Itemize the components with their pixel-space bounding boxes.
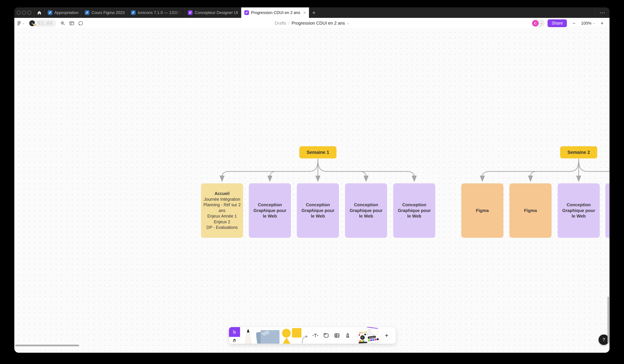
card-label: Conception Graphique pour le Web	[249, 202, 291, 219]
table-tool-button[interactable]	[332, 331, 342, 340]
more-tools-button[interactable]: +	[382, 331, 391, 340]
figma-app-window: Appropriation Cours Figma 2023 Ionicons …	[14, 7, 609, 353]
window-close-button[interactable]	[17, 11, 21, 15]
avatar: C	[532, 20, 539, 26]
card-conception-3[interactable]: Conception Graphique pour le Web	[345, 183, 387, 238]
tab-label: Cours Figma 2023	[91, 10, 125, 15]
tab-overflow-menu-button[interactable]: ⋯	[595, 7, 609, 18]
comment-icon[interactable]	[78, 21, 83, 26]
sticky-note-tool-button[interactable]	[256, 329, 280, 344]
card-conception-4[interactable]: Conception Graphique pour le Web	[393, 183, 435, 238]
card-label: Conception Graphique pour le Web	[393, 202, 435, 219]
tab-close-icon[interactable]: ×	[303, 10, 306, 15]
card-accueil[interactable]: Accueil Journée Intégration Planning - R…	[201, 183, 243, 238]
main-menu-button[interactable]: ⌄	[17, 21, 25, 26]
card-label: Figma	[471, 208, 493, 213]
share-button[interactable]: Share	[547, 19, 567, 27]
week-node-semaine-1[interactable]: Semaine 1	[299, 146, 337, 158]
chevron-down-icon: ⌄	[22, 22, 25, 25]
home-button[interactable]	[34, 7, 45, 18]
zoom-controls: − 100% ⌄ +	[570, 19, 606, 27]
account-menu[interactable]: C ⌄	[531, 19, 545, 27]
window-controls	[14, 7, 34, 18]
marker-tool-button[interactable]	[243, 328, 253, 344]
connector-tool-button[interactable]	[301, 335, 308, 344]
card-item: Enjeux 2	[211, 219, 233, 225]
star-sticker-icon: ★	[33, 22, 37, 27]
music-timer-widget[interactable]: ★ 03:00	[28, 20, 56, 27]
week-label: Semaine 2	[567, 150, 590, 155]
shape-square-tool[interactable]	[292, 328, 301, 338]
widget-card-thumbnail	[366, 327, 378, 335]
new-tab-button[interactable]: +	[309, 7, 319, 18]
figjam-canvas[interactable]: Semaine 1 Semaine 2 Accueil Journée Inté…	[14, 29, 609, 353]
design-file-icon	[85, 10, 89, 15]
tab-label: Concepteur Designer UI	[195, 10, 238, 15]
tab-appropriation[interactable]: Appropriation	[45, 7, 82, 18]
card-conception-5[interactable]: Conception Graphique pour le Web	[558, 183, 600, 238]
zoom-in-button[interactable]: +	[598, 20, 606, 27]
jambot-thumbnail: Jambot	[367, 334, 381, 343]
breadcrumb-folder[interactable]: Drafts	[275, 21, 286, 26]
week-label: Semaine 1	[307, 150, 329, 155]
window-minimize-button[interactable]	[22, 11, 26, 15]
card-figma-1[interactable]: Figma	[461, 183, 503, 238]
card-conception-6-clipped[interactable]	[605, 183, 609, 238]
connector-arrow-icon	[301, 335, 308, 344]
zoom-level-menu[interactable]: 100% ⌄	[578, 20, 598, 27]
section-icon	[323, 333, 329, 338]
sticky-note-icon	[256, 329, 280, 344]
tab-label: Progression CDUI en 2 ans	[251, 10, 300, 15]
tab-bar-spacer	[319, 7, 595, 18]
card-conception-2[interactable]: Conception Graphique pour le Web	[297, 183, 339, 238]
select-tool-button[interactable]	[229, 327, 240, 337]
jambot-label: Jambot	[368, 336, 376, 339]
figjam-toolbar: Jambot +	[229, 327, 396, 344]
breadcrumb-separator: /	[288, 21, 290, 26]
chevron-down-icon[interactable]: ⌄	[347, 22, 349, 25]
card-item: DP - Evaluations	[204, 225, 240, 230]
card-conception-1[interactable]: Conception Graphique pour le Web	[249, 183, 291, 238]
toolbar-divider	[355, 330, 355, 341]
tab-label: Appropriation	[54, 10, 78, 15]
horizontal-scrollbar[interactable]	[15, 345, 79, 346]
tab-label: Ionicons 7.1.0 — 1338 icons pack (C	[138, 10, 182, 15]
section-tool-button[interactable]	[321, 331, 331, 340]
vertical-scrollbar[interactable]	[607, 297, 609, 343]
home-icon	[37, 10, 42, 15]
figma-logo-icon	[17, 21, 21, 26]
card-label: Conception Graphique pour le Web	[297, 202, 339, 219]
card-figma-2[interactable]: Figma	[509, 183, 551, 238]
breadcrumb: Drafts / Progression CDUI en 2 ans ⌄	[275, 21, 349, 26]
tab-ionicons[interactable]: Ionicons 7.1.0 — 1338 icons pack (C	[128, 7, 185, 18]
text-tool-button[interactable]	[311, 331, 320, 340]
text-icon	[312, 333, 318, 338]
hand-tool-button[interactable]	[229, 337, 240, 344]
pointer-tools-group	[229, 327, 240, 344]
card-label: Conception Graphique pour le Web	[345, 202, 387, 219]
window-zoom-button[interactable]	[27, 11, 31, 15]
stamp-tool-button[interactable]	[343, 331, 352, 340]
file-title[interactable]: Progression CDUI en 2 ans	[292, 21, 345, 26]
top-toolbar: ⌄ ★ 03:00 Drafts /	[14, 18, 609, 29]
zoom-out-button[interactable]: −	[570, 20, 578, 27]
design-file-icon	[131, 10, 136, 15]
hand-icon	[232, 338, 237, 343]
shape-circle-tool[interactable]	[282, 329, 291, 338]
table-icon	[334, 333, 340, 338]
ai-sparkle-icon[interactable]	[60, 21, 65, 26]
tab-concepteur-designer-ui[interactable]: Concepteur Designer UI	[185, 7, 241, 18]
card-label: Conception Graphique pour le Web	[558, 202, 600, 219]
card-item: Enjeux Année 1	[205, 213, 239, 219]
week-node-semaine-2[interactable]: Semaine 2	[560, 146, 597, 158]
card-item: Journée Intégration	[202, 197, 242, 202]
tab-progression-cdui-active[interactable]: Progression CDUI en 2 ans ×	[241, 7, 309, 18]
shape-triangle-tool[interactable]	[282, 338, 291, 344]
templates-icon[interactable]	[69, 21, 75, 26]
zoom-level-value: 100%	[581, 21, 591, 26]
figjam-file-icon	[188, 10, 193, 15]
tab-cours-figma-2023[interactable]: Cours Figma 2023	[82, 7, 128, 18]
tab-bar: Appropriation Cours Figma 2023 Ionicons …	[14, 7, 609, 18]
plus-icon: +	[385, 332, 388, 339]
media-tools-button[interactable]: Jambot	[358, 327, 381, 344]
